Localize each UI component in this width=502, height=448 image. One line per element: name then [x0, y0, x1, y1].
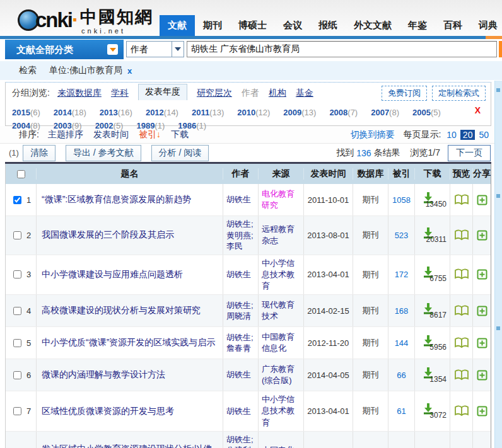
- per-page-option[interactable]: 50: [479, 130, 489, 140]
- preview-book-icon[interactable]: [454, 268, 469, 280]
- row-checkbox[interactable]: [13, 407, 21, 415]
- search-button[interactable]: [499, 41, 502, 57]
- year-facet-link[interactable]: 2010(12): [237, 106, 270, 119]
- result-title-link[interactable]: 高校微课建设的现状分析与发展对策研究: [42, 304, 201, 318]
- row-checkbox[interactable]: [13, 270, 21, 279]
- year-facet-link[interactable]: 2009(13): [283, 106, 316, 119]
- result-title-link[interactable]: 中小学微课建设与应用难点问题透析: [42, 268, 183, 282]
- year-facet-link[interactable]: 2002(5): [95, 119, 124, 132]
- result-authors[interactable]: 胡铁生: [223, 255, 258, 295]
- share-add-icon[interactable]: [477, 230, 487, 241]
- nav-item[interactable]: 会议: [275, 15, 310, 36]
- result-source-link[interactable]: 现代教育技术: [262, 299, 302, 322]
- year-facet-link[interactable]: 2011(13): [192, 106, 224, 119]
- share-add-icon[interactable]: [477, 269, 487, 280]
- cited-count-link[interactable]: 172: [395, 270, 409, 279]
- row-checkbox[interactable]: [13, 371, 21, 379]
- preview-book-icon[interactable]: [454, 194, 469, 206]
- share-add-icon[interactable]: [477, 370, 487, 381]
- nav-item[interactable]: 百科: [435, 15, 470, 36]
- cited-count-link[interactable]: 144: [395, 338, 409, 348]
- result-source-link[interactable]: 电化教育研究: [262, 188, 302, 211]
- nav-item[interactable]: 外文文献: [346, 15, 400, 36]
- result-authors[interactable]: 胡铁生: [223, 359, 258, 391]
- result-title-link[interactable]: 微课的内涵理解与教学设计方法: [42, 368, 165, 382]
- category-dropdown[interactable]: 文献全部分类: [5, 40, 124, 59]
- result-source-link[interactable]: 远程教育杂志: [262, 224, 302, 246]
- result-source-link[interactable]: 中小学信息技术教育: [262, 394, 302, 428]
- group-tab[interactable]: 基金: [296, 88, 313, 99]
- year-facet-link[interactable]: 2015(6): [12, 106, 40, 119]
- preview-book-icon[interactable]: [454, 305, 469, 317]
- group-tab[interactable]: 学科: [111, 88, 129, 99]
- preview-book-icon[interactable]: [454, 229, 469, 241]
- clear-button[interactable]: 清除: [23, 145, 55, 161]
- result-source-link[interactable]: 广东教育(综合版): [262, 364, 302, 386]
- share-add-icon[interactable]: [477, 406, 487, 416]
- per-page-option[interactable]: 20: [460, 130, 476, 140]
- select-arrow-icon[interactable]: [172, 42, 184, 57]
- result-source-link[interactable]: 中国教育信息化: [262, 331, 302, 354]
- year-facet-link[interactable]: 1986(1): [178, 119, 206, 132]
- cited-count-link[interactable]: 66: [397, 370, 406, 380]
- year-facet-link[interactable]: 2014(18): [54, 106, 86, 119]
- result-authors[interactable]: 胡铁生: [223, 391, 258, 431]
- nav-item[interactable]: 词典: [470, 15, 502, 36]
- year-facet-link[interactable]: 1989(1): [136, 119, 165, 132]
- cited-count-link[interactable]: 1058: [392, 195, 411, 205]
- search-input[interactable]: [187, 41, 497, 57]
- share-add-icon[interactable]: [477, 306, 487, 316]
- analyze-read-button[interactable]: 分析 / 阅读: [151, 145, 209, 161]
- row-checkbox[interactable]: [13, 196, 21, 204]
- nav-item[interactable]: 报纸: [310, 15, 346, 36]
- result-title-link[interactable]: 区域性优质微课资源的开发与思考: [42, 405, 174, 418]
- group-tab[interactable]: 研究层次: [197, 88, 232, 99]
- result-title-link[interactable]: “微课”:区域教育信息资源发展的新趋势: [42, 193, 191, 207]
- preview-book-icon[interactable]: [454, 369, 469, 381]
- result-authors[interactable]: 胡铁生; 詹春青: [223, 327, 258, 359]
- year-facet-link[interactable]: 2005(5): [412, 106, 441, 119]
- result-source-link[interactable]: 中小学信息技术教育: [262, 258, 302, 292]
- result-title-link[interactable]: 中小学优质“微课”资源开发的区域实践与启示: [42, 336, 215, 350]
- search-field-select[interactable]: 作者: [126, 41, 184, 57]
- nav-item[interactable]: 博硕士: [230, 15, 275, 36]
- result-authors[interactable]: 胡铁生; 黄明燕; 李民: [223, 216, 258, 255]
- row-checkbox[interactable]: [13, 339, 21, 347]
- year-facet-link[interactable]: 2007(8): [371, 106, 399, 119]
- result-title-link[interactable]: 发达区域中小学教育资源建设现状分析:以佛山市为例: [42, 442, 218, 448]
- facet-close-icon[interactable]: X: [475, 105, 481, 115]
- share-add-icon[interactable]: [477, 195, 487, 205]
- nav-item[interactable]: 期刊: [195, 15, 230, 36]
- cnki-logo[interactable]: cnki· 中國知網 cnki.net: [18, 6, 153, 35]
- row-checkbox[interactable]: [13, 231, 21, 239]
- preview-book-icon[interactable]: [454, 405, 469, 417]
- year-facet-link[interactable]: 2003(9): [54, 119, 82, 132]
- year-facet-link[interactable]: 2013(16): [100, 106, 132, 119]
- result-authors[interactable]: 胡铁生; 焦建利; 汪晓东; 胡小勇: [223, 432, 258, 448]
- group-tab[interactable]: 机构: [269, 88, 286, 99]
- free-subscribe-button[interactable]: 免费订阅: [382, 86, 427, 101]
- year-facet-link[interactable]: 2004(8): [12, 119, 40, 132]
- side-scroll-strip[interactable]: [494, 81, 502, 448]
- share-add-icon[interactable]: [477, 338, 487, 348]
- nav-item[interactable]: 文献: [160, 15, 195, 36]
- year-facet-link[interactable]: 2012(14): [146, 106, 178, 119]
- select-all-checkbox[interactable]: [17, 170, 25, 178]
- nav-item[interactable]: 年鉴: [400, 15, 435, 36]
- result-authors[interactable]: 胡铁生: [223, 184, 258, 215]
- next-page-button[interactable]: 下一页: [448, 145, 491, 161]
- cited-count-link[interactable]: 168: [395, 306, 409, 316]
- result-source-link[interactable]: 中国电化教育: [262, 445, 302, 448]
- refine-close-icon[interactable]: x: [127, 66, 132, 76]
- row-checkbox[interactable]: [13, 307, 21, 315]
- chevron-down-icon[interactable]: [107, 44, 118, 55]
- cited-count-link[interactable]: 523: [395, 231, 409, 240]
- export-reference-button[interactable]: 导出 / 参考文献: [66, 145, 141, 161]
- group-tab[interactable]: 来源数据库: [57, 88, 102, 99]
- result-title-link[interactable]: 我国微课发展的三个阶段及其启示: [42, 228, 174, 242]
- year-facet-link[interactable]: 2008(7): [329, 106, 358, 119]
- result-authors[interactable]: 胡铁生; 周晓清: [223, 295, 258, 326]
- preview-book-icon[interactable]: [454, 337, 469, 349]
- custom-search-button[interactable]: 定制检索式: [432, 86, 486, 101]
- cited-count-link[interactable]: 61: [397, 406, 406, 416]
